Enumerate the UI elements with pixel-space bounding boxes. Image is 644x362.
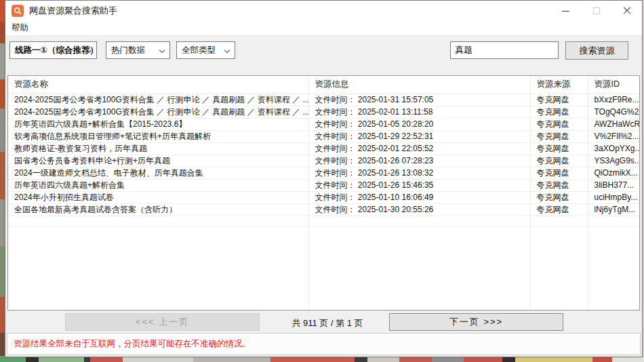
search-input[interactable] [450, 41, 559, 59]
chevron-down-icon [224, 47, 230, 53]
resource-id-cell: AWZHaWcR... [588, 118, 639, 130]
column-header-name[interactable]: 资源名称 [8, 76, 308, 94]
resource-source-cell [530, 226, 588, 237]
data-select[interactable]: 热门数据 [106, 41, 170, 59]
close-button[interactable] [611, 1, 642, 21]
resource-id-cell: TOgQ4G%2... [588, 106, 639, 118]
table-row[interactable]: 2024-2025国考公考省考100G资料合集 ／ 行测申论 ／ 真题刷题 ／ … [8, 94, 639, 106]
table-header-row: 资源名称 资源信息 资源来源 资源ID [8, 76, 639, 94]
resource-source-cell: 夸克网盘 [530, 167, 588, 179]
search-button[interactable]: 搜索资源 [565, 41, 628, 60]
status-bar: 资源结果全部来自于互联网，分页结果可能存在不准确的情况。 [7, 333, 641, 355]
title-bar[interactable]: 网盘资源聚合搜索助手 [5, 1, 642, 21]
resource-info-cell: 文件时间： 2025-02-01 22:05:52 [308, 142, 530, 155]
app-window: 网盘资源聚合搜索助手 帮助 线路一①（综合推荐） 热门数据 全部类型 搜索资源 [5, 0, 643, 357]
resource-info-cell: 文件时间： 2025-01-05 20:28:20 [308, 118, 530, 130]
status-message: 资源结果全部来自于互联网，分页结果可能存在不准确的情况。 [14, 338, 251, 350]
resource-id-cell: bXxzF9Re... [588, 94, 639, 106]
menu-item-help[interactable]: 帮助 [5, 21, 35, 35]
resource-info-cell: 文件时间： 2025-01-26 15:46:35 [308, 179, 530, 191]
resource-name-cell[interactable]: 教师资格证-教资复习资料，历年真题 [8, 142, 308, 155]
close-icon [623, 7, 631, 15]
next-page-button[interactable]: 下一页 >>> [389, 313, 563, 331]
column-header-id[interactable]: 资源ID [588, 76, 639, 94]
empty-row [8, 216, 639, 226]
resource-name-cell [8, 216, 308, 226]
resource-name-cell[interactable]: 历年英语四六级真题+解析合集 [8, 179, 308, 191]
resource-source-cell: 夸克网盘 [530, 191, 588, 203]
empty-row [8, 226, 639, 237]
table-row[interactable]: 全国各地最新高考真题试卷含答案（含听力） 文件时间： 2025-01-30 20… [8, 203, 639, 216]
resource-info-cell: 文件时间： 2025-01-29 22:52:31 [308, 130, 530, 142]
column-header-info[interactable]: 资源信息 [308, 76, 530, 94]
resource-name-cell[interactable]: 2024年小升初招生真题试卷 [8, 191, 308, 203]
resource-info-cell [308, 226, 530, 237]
app-logo-search-icon [12, 5, 24, 17]
table-row[interactable]: 历年英语四六级真题+解析合集【2015-2023.6】 文件时间： 2025-0… [8, 118, 639, 130]
resource-name-cell [8, 226, 308, 237]
toolbar: 线路一①（综合推荐） 热门数据 全部类型 搜索资源 [5, 36, 642, 66]
minimize-icon [562, 11, 569, 12]
resource-id-cell: uciHmpBy... [588, 191, 639, 203]
column-divider [308, 76, 309, 310]
table-row[interactable]: 2024年小升初招生真题试卷 文件时间： 2025-01-10 16:06:49… [8, 191, 639, 203]
resource-source-cell: 夸克网盘 [530, 179, 588, 191]
results-table: 资源名称 资源信息 资源来源 资源ID 2024-2025国考公考省考100G资… [7, 75, 640, 310]
resource-name-cell[interactable]: 2024一级建造师文档总结、电子教材、历年真题合集 [8, 167, 308, 179]
chevron-down-icon [159, 47, 165, 53]
magnifier-icon [14, 7, 22, 15]
resource-source-cell: 夸克网盘 [530, 130, 588, 142]
column-divider [588, 76, 588, 310]
menu-bar: 帮助 [5, 21, 642, 36]
table-row[interactable]: 2024一级建造师文档总结、电子教材、历年真题合集 文件时间： 2025-01-… [8, 167, 639, 179]
resource-info-cell: 文件时间： 2025-01-30 20:55:26 [308, 203, 530, 216]
minimize-button[interactable] [550, 1, 581, 21]
table-row[interactable]: 国省考公务员备考资料申论+行测+历年真题 文件时间： 2025-01-26 07… [8, 155, 639, 167]
prev-page-button[interactable]: <<< 上一页 [65, 313, 260, 331]
resource-info-cell: 文件时间： 2025-01-26 13:08:32 [308, 167, 530, 179]
desktop-wallpaper-left [0, 0, 5, 362]
resource-info-cell: 文件时间： 2025-01-31 15:57:05 [308, 94, 530, 106]
type-select[interactable]: 全部类型 [176, 41, 235, 59]
table-row[interactable]: 教师资格证-教资复习资料，历年真题 文件时间： 2025-02-01 22:05… [8, 142, 639, 155]
maximize-button[interactable] [581, 1, 611, 21]
resource-name-cell[interactable]: 全国各地最新高考真题试卷含答案（含听力） [8, 203, 308, 216]
resource-source-cell: 夸克网盘 [530, 142, 588, 155]
resource-name-cell[interactable]: 2024-2025国考公考省考100G资料合集 ／ 行测申论 ／ 真题刷题 ／ … [8, 94, 308, 106]
type-select-value: 全部类型 [182, 45, 216, 56]
table-row[interactable]: 软考高项信息系统项目管理师+笔记资料+历年真题解析 文件时间： 2025-01-… [8, 130, 639, 142]
resource-source-cell: 夸克网盘 [530, 203, 588, 216]
resource-source-cell: 夸克网盘 [530, 106, 588, 118]
resource-source-cell: 夸克网盘 [530, 94, 588, 106]
resource-info-cell: 文件时间： 2025-01-26 07:28:23 [308, 155, 530, 167]
maximize-icon [593, 7, 600, 14]
line-select-value: 线路一①（综合推荐） [15, 45, 97, 56]
resource-id-cell: YS3AgG9s... [588, 155, 639, 167]
resource-info-cell: 文件时间： 2025-02-01 13:11:58 [308, 106, 530, 118]
resource-info-cell [308, 216, 530, 226]
resource-source-cell: 夸克网盘 [530, 155, 588, 167]
resource-id-cell: 3liBH377... [588, 179, 639, 191]
resource-id-cell: V%2FIl%2... [588, 130, 639, 142]
line-select[interactable]: 线路一①（综合推荐） [9, 41, 97, 59]
resource-source-cell: 夸克网盘 [530, 118, 588, 130]
column-header-source[interactable]: 资源来源 [530, 76, 588, 94]
resource-id-cell: 3aXOpYXg... [588, 142, 639, 155]
resource-info-cell: 文件时间： 2025-01-10 16:06:49 [308, 191, 530, 203]
resource-id-cell [588, 226, 639, 237]
window-controls [550, 1, 642, 21]
table-body: 2024-2025国考公考省考100G资料合集 ／ 行测申论 ／ 真题刷题 ／ … [8, 94, 639, 237]
table-row[interactable]: 历年英语四六级真题+解析合集 文件时间： 2025-01-26 15:46:35… [8, 179, 639, 191]
resource-name-cell[interactable]: 国省考公务员备考资料申论+行测+历年真题 [8, 155, 308, 167]
resource-source-cell [530, 216, 588, 226]
table-row[interactable]: 2024-2025国考公考省考100G资料合集 ／ 行测申论 ／ 真题刷题 ／ … [8, 106, 639, 118]
resource-name-cell[interactable]: 软考高项信息系统项目管理师+笔记资料+历年真题解析 [8, 130, 308, 142]
data-select-value: 热门数据 [111, 45, 145, 56]
resource-id-cell [588, 216, 639, 226]
resource-name-cell[interactable]: 历年英语四六级真题+解析合集【2015-2023.6】 [8, 118, 308, 130]
resource-id-cell: lNj6yTgM... [588, 203, 639, 216]
column-divider [530, 76, 531, 310]
resource-name-cell[interactable]: 2024-2025国考公考省考100G资料合集 ／ 行测申论 ／ 真题刷题 ／ … [8, 106, 308, 118]
resource-id-cell: QiOzmikX... [588, 167, 639, 179]
window-title: 网盘资源聚合搜索助手 [29, 5, 117, 17]
